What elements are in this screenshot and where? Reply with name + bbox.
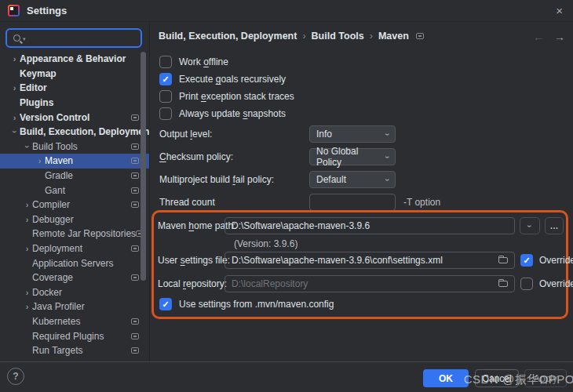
form-row-multiproject-build-fail-policy: Multiproject build fail policy:Default› [159, 171, 573, 188]
checked-checkbox[interactable]: ✓ [159, 73, 172, 85]
history-nav: ← → [533, 31, 565, 43]
sidebar-item-deployment[interactable]: ›Deployment [0, 241, 149, 256]
unchecked-checkbox[interactable] [159, 90, 172, 103]
unchecked-checkbox[interactable] [159, 107, 172, 120]
sidebar-item-run-targets[interactable]: ›Run Targets [0, 343, 149, 358]
sidebar-item-application-servers[interactable]: ›Application Servers [0, 256, 149, 270]
thread-count-hint: -T option [403, 197, 440, 208]
sidebar-item-docker[interactable]: ›Docker [0, 285, 149, 300]
breadcrumb-item-build-tools[interactable]: Build Tools [312, 31, 364, 42]
use-maven-config-label: Use settings from .mvn/maven.config [179, 299, 334, 310]
chevron-down-icon[interactable]: › [23, 141, 32, 151]
maven-home-path-field[interactable]: D:\Software\apache-maven-3.9.6 [224, 217, 515, 234]
search-history-caret-icon[interactable]: ▾ [23, 36, 26, 42]
field-label: Checksum policy: [159, 151, 233, 162]
local-repository-row: Local repository: D:\localRepository Ove… [150, 275, 573, 292]
dialog-footer: OK Cancel Apply CSDN @振华OPPO [0, 361, 573, 392]
dropdown-value: Info [316, 129, 332, 140]
sidebar-item-version-control[interactable]: ›Version Control [0, 110, 149, 125]
sidebar-item-coverage[interactable]: ›Coverage [0, 270, 149, 285]
user-settings-file-field[interactable]: D:\Software\apache-maven-3.9.6\conf\sett… [224, 252, 515, 269]
forward-icon[interactable]: → [554, 31, 565, 43]
sidebar-item-label: Coverage [32, 272, 73, 283]
sidebar-item-label: Debugger [32, 214, 74, 225]
sidebar-item-appearance-behavior[interactable]: ›Appearance & Behavior [0, 52, 149, 67]
sidebar-item-build-tools[interactable]: ›Build Tools [0, 140, 149, 154]
sidebar-item-label: Remote Jar Repositories [32, 228, 136, 239]
sidebar-item-keymap[interactable]: ›Keymap [0, 67, 149, 82]
sidebar-item-label: Run Targets [32, 345, 82, 356]
checked-checkbox[interactable]: ✓ [520, 254, 533, 267]
chevron-right-icon[interactable]: › [9, 54, 20, 64]
local-repository-override: Override [520, 278, 573, 290]
sidebar-item-compiler[interactable]: ›Compiler [0, 198, 149, 212]
sidebar-item-editor[interactable]: ›Editor [0, 81, 149, 96]
chevron-right-icon[interactable]: › [22, 200, 32, 209]
dropdown-checksum-policy[interactable]: No Global Policy› [309, 148, 396, 165]
close-icon[interactable]: × [556, 4, 563, 17]
dropdown-value: Default [316, 174, 346, 185]
screen-icon [131, 158, 139, 164]
breadcrumb-item-build-execution-deployment[interactable]: Build, Execution, Deployment [159, 31, 297, 42]
sidebar-item-label: Required Plugins [32, 331, 104, 342]
screen-icon [416, 33, 424, 39]
unchecked-checkbox[interactable] [520, 278, 533, 290]
sidebar-item-label: Version Control [20, 112, 89, 123]
sidebar-item-required-plugins[interactable]: ›Required Plugins [0, 328, 149, 343]
maven-home-row: Maven home path: D:\Software\apache-mave… [150, 217, 573, 234]
apply-button[interactable]: Apply [524, 369, 567, 387]
intellij-logo-icon [8, 5, 20, 16]
ok-button[interactable]: OK [423, 369, 469, 387]
checkbox-row-work-offline: Work offline [159, 53, 294, 71]
chevron-right-icon[interactable]: › [22, 244, 32, 253]
sidebar-item-build-execution-deployment[interactable]: ›Build, Execution, Deployment [0, 125, 149, 140]
breadcrumb-separator: › [370, 31, 373, 42]
sidebar-item-maven[interactable]: ›Maven [0, 154, 149, 169]
sidebar-item-plugins[interactable]: ›Plugins [0, 96, 149, 111]
checkbox-row-execute-goals-recursively: ✓Execute goals recursively [159, 71, 294, 88]
screen-icon [131, 274, 139, 281]
settings-search-input[interactable]: ▾ [5, 28, 142, 48]
chevron-right-icon[interactable]: › [22, 215, 32, 224]
browse-ellipsis-button[interactable]: … [545, 217, 564, 234]
checked-checkbox[interactable]: ✓ [159, 298, 172, 310]
thread-count-label: Thread count [159, 197, 215, 208]
sidebar-item-java-profiler[interactable]: ›Java Profiler [0, 299, 149, 314]
cancel-button[interactable]: Cancel [475, 369, 519, 387]
user-settings-override: ✓ Override [520, 254, 573, 267]
sidebar-item-gradle[interactable]: ›Gradle [0, 169, 149, 183]
breadcrumb: Build, Execution, Deployment›Build Tools… [159, 31, 424, 42]
sidebar-item-label: Editor [20, 82, 47, 93]
sidebar-item-gant[interactable]: ›Gant [0, 183, 149, 198]
folder-icon[interactable] [498, 257, 508, 263]
chevron-right-icon[interactable]: › [35, 156, 45, 165]
back-icon[interactable]: ← [533, 31, 544, 43]
sidebar-item-label: Kubernetes [32, 316, 80, 327]
sidebar-item-label: Deployment [32, 243, 82, 254]
sidebar-item-kubernetes[interactable]: ›Kubernetes [0, 314, 149, 329]
screen-icon [131, 114, 139, 121]
chevron-down-icon[interactable]: › [10, 127, 20, 137]
maven-version-note: (Version: 3.9.6) [234, 238, 297, 249]
dropdown-multiproject-build-fail-policy[interactable]: Default› [309, 171, 396, 188]
checkbox-row-always-update-snapshots: Always update snapshots [159, 105, 294, 122]
screen-icon [131, 187, 139, 194]
breadcrumb-item-maven[interactable]: Maven [378, 31, 409, 42]
folder-icon[interactable] [498, 281, 508, 287]
sidebar-item-debugger[interactable]: ›Debugger [0, 212, 149, 227]
thread-count-input[interactable] [309, 194, 396, 211]
dropdown-output-level[interactable]: Info› [309, 125, 396, 143]
checkbox-row-print-exception-stack-traces: Print exception stack traces [159, 88, 294, 105]
maven-home-dropdown-button[interactable]: › [520, 217, 540, 234]
override-label: Override [539, 255, 573, 266]
chevron-right-icon[interactable]: › [9, 83, 20, 93]
sidebar-item-label: Application Servers [32, 258, 113, 269]
sidebar-scrollbar[interactable] [141, 52, 146, 281]
chevron-right-icon[interactable]: › [22, 288, 32, 297]
chevron-right-icon[interactable]: › [22, 302, 32, 311]
unchecked-checkbox[interactable] [159, 56, 172, 68]
screen-icon [131, 245, 139, 252]
sidebar-item-remote-jar-repositories[interactable]: ›Remote Jar Repositories [0, 227, 149, 241]
chevron-right-icon[interactable]: › [9, 113, 20, 122]
local-repository-field[interactable]: D:\localRepository [224, 275, 515, 292]
